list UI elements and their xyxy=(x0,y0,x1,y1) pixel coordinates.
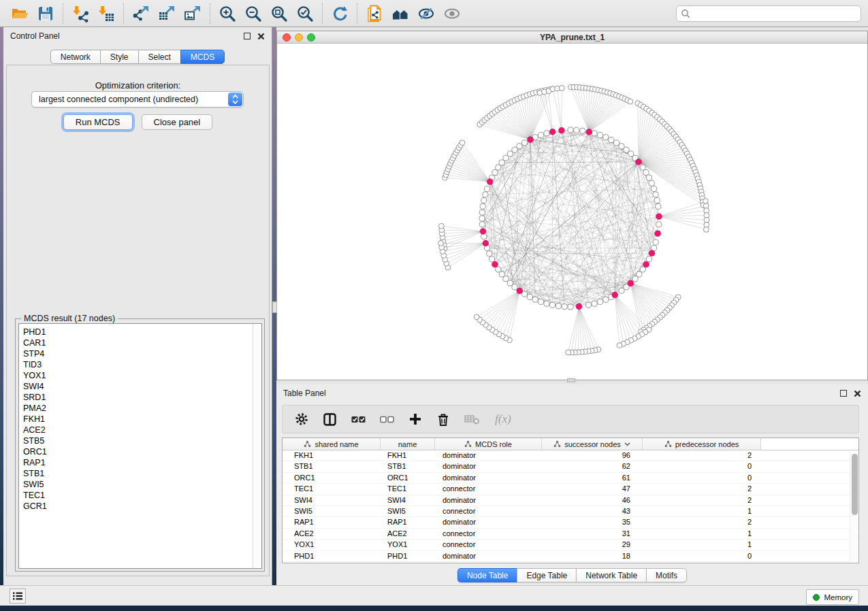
table-row[interactable]: STB1STB1dominator620 xyxy=(283,461,858,472)
table-row[interactable]: SWI4SWI4dominator462 xyxy=(283,495,858,506)
columns-icon xyxy=(323,412,337,427)
mcds-result-item[interactable]: FKH1 xyxy=(19,414,252,425)
table-cell: dominator xyxy=(435,517,542,527)
table-cell: FKH1 xyxy=(283,450,381,461)
import-table-button[interactable] xyxy=(93,3,119,24)
run-mcds-button[interactable]: Run MCDS xyxy=(63,114,133,130)
mcds-result-item[interactable]: PHD1 xyxy=(19,327,252,337)
delete-column-button[interactable] xyxy=(436,412,450,427)
open-file-button[interactable] xyxy=(7,3,33,24)
mcds-result-item[interactable]: RAP1 xyxy=(19,457,252,468)
network-window-titlebar[interactable]: YPA_prune.txt_1 xyxy=(277,31,867,44)
table-cell: dominator xyxy=(435,495,542,506)
zoom-out-icon xyxy=(244,5,262,22)
zoom-in-button[interactable] xyxy=(214,3,240,24)
tab-edge-table[interactable]: Edge Table xyxy=(517,568,576,582)
mcds-result-item[interactable]: STP4 xyxy=(19,348,252,359)
toolbar-separator xyxy=(210,3,210,24)
tab-node-table[interactable]: Node Table xyxy=(457,568,517,582)
table-settings-button[interactable] xyxy=(295,412,308,426)
mcds-result-group: MCDS result (17 nodes) PHD1CAR1STP4TID3Y… xyxy=(15,318,265,572)
mcds-result-item[interactable]: GCR1 xyxy=(19,501,252,512)
eye-slash-icon xyxy=(417,5,435,22)
mcds-result-item[interactable]: SWI4 xyxy=(19,381,252,392)
save-session-button[interactable] xyxy=(33,3,59,24)
table-row[interactable]: ORC1ORC1dominator610 xyxy=(283,473,858,484)
float-panel-icon[interactable] xyxy=(244,33,251,39)
mcds-result-item[interactable]: STB5 xyxy=(19,435,252,446)
mcds-result-item[interactable]: TID3 xyxy=(19,359,252,370)
mcds-result-item[interactable]: PMA2 xyxy=(19,403,252,414)
houses-button[interactable] xyxy=(387,3,413,24)
table-row[interactable]: TEC1TEC1connector472 xyxy=(283,484,858,495)
search-input[interactable] xyxy=(690,9,856,18)
share-document-icon xyxy=(366,5,383,22)
mcds-result-item[interactable]: SRD1 xyxy=(19,392,252,403)
show-graphics-details-button[interactable] xyxy=(439,3,465,24)
gear-icon xyxy=(295,412,308,426)
table-cell: TEC1 xyxy=(283,484,381,494)
table-row[interactable]: ACE2ACE2connector311 xyxy=(283,529,858,540)
tab-motifs[interactable]: Motifs xyxy=(646,568,687,582)
task-history-button[interactable] xyxy=(10,589,26,604)
table-row[interactable]: YOX1YOX1connector291 xyxy=(283,540,858,550)
node-table-body: FKH1FKH1dominator962STB1STB1dominator620… xyxy=(283,450,858,562)
mcds-result-item[interactable]: ORC1 xyxy=(19,446,252,457)
network-canvas[interactable] xyxy=(277,44,867,380)
mcds-result-item[interactable]: YOX1 xyxy=(19,370,252,381)
network-document-button[interactable] xyxy=(361,3,387,24)
mcds-list-scrollbar[interactable] xyxy=(253,324,261,568)
close-panel-icon[interactable] xyxy=(854,390,861,397)
table-cell: 47 xyxy=(542,484,643,494)
column-header-MCDS-role[interactable]: MCDS role xyxy=(435,438,542,450)
mcds-result-item[interactable]: STB1 xyxy=(19,468,252,479)
hide-graphics-details-button[interactable] xyxy=(413,3,439,24)
toggle-column-panel-button[interactable] xyxy=(323,412,337,427)
column-header-name[interactable]: name xyxy=(381,438,435,450)
tab-network[interactable]: Network xyxy=(50,50,100,64)
export-image-button[interactable] xyxy=(180,3,206,24)
mcds-result-item[interactable]: ACE2 xyxy=(19,425,252,435)
mcds-result-item[interactable]: CAR1 xyxy=(19,337,252,348)
search-box xyxy=(676,5,861,22)
memory-button[interactable]: Memory xyxy=(806,589,859,605)
create-column-button[interactable] xyxy=(408,412,422,426)
export-network-button[interactable] xyxy=(128,3,154,24)
float-panel-icon[interactable] xyxy=(840,390,847,397)
tab-style[interactable]: Style xyxy=(100,50,138,64)
table-cell-filler xyxy=(761,450,858,461)
table-row[interactable]: PHD1PHD1dominator180 xyxy=(283,551,858,562)
tab-network-table[interactable]: Network Table xyxy=(576,568,646,582)
close-panel-button[interactable]: Close panel xyxy=(142,114,213,130)
refresh-button[interactable] xyxy=(327,3,353,24)
column-header-shared-name[interactable]: shared name xyxy=(283,438,381,450)
column-header-successor-nodes[interactable]: successor nodes xyxy=(542,438,643,450)
table-cell: 61 xyxy=(542,473,643,483)
select-all-columns-button[interactable] xyxy=(351,412,366,426)
list-icon xyxy=(12,591,23,601)
zoom-out-button[interactable] xyxy=(240,3,266,24)
tab-select[interactable]: Select xyxy=(138,50,180,64)
table-row[interactable]: FKH1FKH1dominator962 xyxy=(283,450,858,461)
criterion-select[interactable]: largest connected component (undirected) xyxy=(31,91,244,108)
table-cell: 43 xyxy=(542,506,643,516)
table-row[interactable]: RAP1RAP1dominator352 xyxy=(283,517,858,528)
import-network-button[interactable] xyxy=(67,3,93,24)
zoom-fit-button[interactable] xyxy=(266,3,292,24)
zoom-selected-button[interactable] xyxy=(292,3,318,24)
deselect-all-columns-button[interactable] xyxy=(380,412,394,426)
column-header-predecessor-nodes[interactable]: predecessor nodes xyxy=(643,438,761,450)
tab-mcds[interactable]: MCDS xyxy=(180,50,225,64)
table-scrollbar[interactable] xyxy=(850,451,858,562)
mcds-result-item[interactable]: TEC1 xyxy=(19,490,252,501)
table-scrollbar-thumb[interactable] xyxy=(852,454,858,515)
export-table-button[interactable] xyxy=(154,3,180,24)
mcds-result-item[interactable]: SWI5 xyxy=(19,479,252,490)
splitter-handle-horizontal[interactable] xyxy=(567,378,575,382)
table-cell: dominator xyxy=(435,473,542,483)
close-panel-icon[interactable] xyxy=(257,33,265,40)
table-cell-filler xyxy=(761,529,858,539)
unchecked-boxes-icon xyxy=(380,412,394,426)
table-row[interactable]: SWI5SWI5connector431 xyxy=(283,506,858,517)
splitter-handle-vertical[interactable] xyxy=(272,301,277,313)
